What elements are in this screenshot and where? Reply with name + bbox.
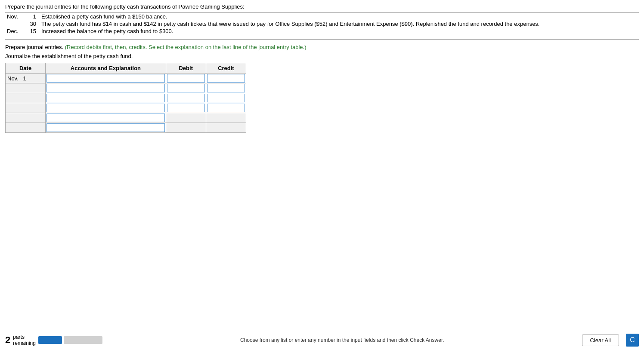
transaction-day-3: 15 [27,28,40,35]
problem-header: Prepare the journal entries for the foll… [5,3,639,10]
transaction-day-2: 30 [27,20,40,28]
journal-acct-input-5[interactable] [46,114,165,122]
col-header-debit: Debit [166,63,206,74]
problem-header-text: Prepare the journal entries for the foll… [5,3,245,10]
journal-acct-cell-2 [46,83,166,93]
journal-entry-table: Date Accounts and Explanation Debit Cred… [5,63,246,133]
journal-credit-input-4[interactable] [207,104,245,112]
journal-acct-input-3[interactable] [46,94,165,102]
transaction-desc-1: Established a petty cash fund with a $15… [40,13,639,20]
transaction-day-1: 1 [27,13,40,20]
clear-all-button[interactable]: Clear All [582,335,619,346]
journal-debit-input-3[interactable] [167,94,205,102]
transaction-desc-3: Increased the balance of the petty cash … [40,28,639,35]
transaction-month-3: Dec. [5,28,27,35]
progress-filled [38,336,62,344]
journal-debit-cell-4 [166,103,206,113]
journal-credit-cell-2 [206,83,246,93]
col-header-credit: Credit [206,63,246,74]
journal-credit-cell-4 [206,103,246,113]
journal-acct-cell-4 [46,103,166,113]
transactions-table: Nov. 1 Established a petty cash fund wit… [5,13,639,35]
parts-label: parts remaining [13,334,36,347]
transaction-desc-2: The petty cash fund has $14 in cash and … [40,20,639,28]
footer-bar: 2 parts remaining Choose from any list o… [0,330,644,350]
footer-hint: Choose from any list or enter any number… [109,337,575,343]
journal-debit-input-1[interactable] [167,74,205,83]
journal-date-cell-6 [6,123,46,133]
journal-date-cell-3 [6,93,46,103]
journal-date-cell-2 [6,83,46,93]
journal-debit-cell-2 [166,83,206,93]
journal-credit-input-1[interactable] [207,74,245,83]
journal-row-3 [6,93,246,103]
col-header-accounts: Accounts and Explanation [46,63,166,74]
check-answer-button[interactable]: C [626,334,639,347]
journal-acct-input-1[interactable] [46,74,165,83]
journal-row-5 [6,113,246,123]
journal-row-1: Nov. 1 [6,74,246,83]
parts-label-line1: parts [13,334,36,340]
journal-row-2 [6,83,246,93]
journal-debit-cell-5 [166,113,206,123]
journal-debit-input-4[interactable] [167,104,205,112]
journal-credit-input-3[interactable] [207,94,245,102]
journal-credit-cell-5 [206,113,246,123]
transaction-month-1: Nov. [5,13,27,20]
journal-acct-input-2[interactable] [46,84,165,92]
parts-number: 2 [5,335,10,346]
journal-debit-cell-6 [166,123,206,133]
journal-debit-cell-1 [166,74,206,83]
journal-debit-cell-3 [166,93,206,103]
journal-acct-input-4[interactable] [46,104,165,112]
journalize-label: Journalize the establishment of the pett… [5,53,639,59]
transaction-row-3: Dec. 15 Increased the balance of the pet… [5,28,639,35]
instruction-text: Prepare journal entries. (Record debits … [5,44,639,50]
journal-row-6 [6,123,246,133]
transaction-month-2 [5,20,27,28]
journal-credit-cell-1 [206,74,246,83]
journal-date-cell-4 [6,103,46,113]
footer-parts: 2 parts remaining [5,334,102,347]
journal-acct-cell-3 [46,93,166,103]
journal-acct-input-6[interactable] [46,123,165,132]
journal-acct-cell-6 [46,123,166,133]
transaction-row-2: 30 The petty cash fund has $14 in cash a… [5,20,639,28]
journal-acct-cell-5 [46,113,166,123]
instruction-colored: (Record debits first, then, credits. Sel… [65,44,307,50]
journal-acct-cell-1 [46,74,166,83]
journal-row-4 [6,103,246,113]
journal-debit-input-2[interactable] [167,84,205,92]
col-header-date: Date [6,63,46,74]
progress-empty [64,336,102,344]
journal-credit-cell-6 [206,123,246,133]
journal-date-cell-1: Nov. 1 [6,74,46,83]
instruction-main: Prepare journal entries. [5,44,63,50]
journal-date-day: 1 [23,75,26,82]
transaction-row-1: Nov. 1 Established a petty cash fund wit… [5,13,639,20]
journal-credit-cell-3 [206,93,246,103]
journal-date-month: Nov. [7,75,19,82]
parts-label-line2: remaining [13,340,36,346]
journal-date-cell-5 [6,113,46,123]
progress-bar [38,336,102,344]
journal-credit-input-2[interactable] [207,84,245,92]
